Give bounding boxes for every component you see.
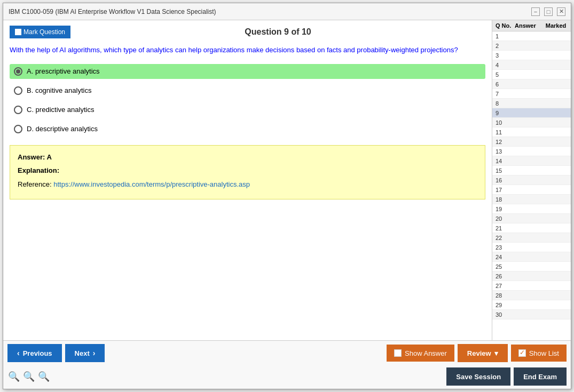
header-marked: Marked <box>544 22 568 29</box>
q-number: 9 <box>496 110 515 116</box>
bottom-bar: ‹ Previous Next › Show Answer Review ▾ S… <box>3 340 571 389</box>
option-a-label: A. prescriptive analytics <box>27 67 100 75</box>
q-number: 25 <box>496 263 515 270</box>
q-number: 24 <box>496 254 515 260</box>
q-number: 5 <box>496 71 515 78</box>
table-row[interactable]: 5 <box>492 70 571 79</box>
table-row[interactable]: 29 <box>492 300 571 310</box>
show-list-button[interactable]: Show List <box>511 345 567 362</box>
radio-d <box>14 125 22 133</box>
question-list-header: Q No. Answer Marked <box>492 20 571 31</box>
table-row[interactable]: 30 <box>492 310 571 319</box>
question-text: With the help of AI algorithms, which ty… <box>10 45 485 55</box>
option-c[interactable]: C. predictive analytics <box>10 102 485 117</box>
q-number: 3 <box>496 52 515 59</box>
next-button[interactable]: Next › <box>65 344 105 362</box>
option-d[interactable]: D. descriptive analytics <box>10 122 485 137</box>
table-row[interactable]: 26 <box>492 271 571 281</box>
table-row[interactable]: 15 <box>492 166 571 175</box>
main-content: Mark Question Question 9 of 10 With the … <box>3 20 571 340</box>
q-number: 7 <box>496 91 515 97</box>
q-number: 8 <box>496 100 515 107</box>
q-number: 30 <box>496 311 515 318</box>
options-list: A. prescriptive analytics B. cognitive a… <box>10 64 485 137</box>
table-row[interactable]: 22 <box>492 233 571 243</box>
table-row[interactable]: 8 <box>492 99 571 108</box>
minimize-button[interactable]: − <box>531 7 540 16</box>
table-row[interactable]: 17 <box>492 185 571 195</box>
maximize-button[interactable]: □ <box>544 7 553 16</box>
save-session-button[interactable]: Save Session <box>446 367 510 386</box>
window-title: IBM C1000-059 (IBM AI Enterprise Workflo… <box>9 8 216 15</box>
table-row[interactable]: 1 <box>492 31 571 41</box>
q-number: 28 <box>496 292 515 299</box>
review-dropdown-icon: ▾ <box>494 349 498 357</box>
table-row[interactable]: 6 <box>492 79 571 89</box>
end-exam-button[interactable]: End Exam <box>514 367 567 386</box>
show-list-checkbox-icon <box>518 349 526 357</box>
zoom-in-button[interactable]: 🔍 <box>7 370 20 383</box>
reference-link[interactable]: https://www.investopedia.com/terms/p/pre… <box>53 180 250 188</box>
table-row[interactable]: 24 <box>492 252 571 262</box>
table-row[interactable]: 27 <box>492 281 571 291</box>
chevron-left-icon: ‹ <box>17 349 20 357</box>
question-list[interactable]: 1 2 3 4 5 6 7 8 <box>492 31 571 340</box>
window-controls: − □ ✕ <box>531 7 565 16</box>
table-row[interactable]: 9 <box>492 108 571 118</box>
zoom-controls: 🔍 🔍 🔍 <box>7 370 50 383</box>
q-number: 17 <box>496 187 515 193</box>
q-number: 19 <box>496 206 515 212</box>
table-row[interactable]: 23 <box>492 243 571 252</box>
q-number: 4 <box>496 62 515 68</box>
table-row[interactable]: 25 <box>492 262 571 271</box>
previous-button[interactable]: ‹ Previous <box>7 344 62 362</box>
q-number: 26 <box>496 273 515 279</box>
q-number: 23 <box>496 244 515 251</box>
q-number: 18 <box>496 196 515 203</box>
table-row[interactable]: 3 <box>492 51 571 60</box>
q-number: 2 <box>496 43 515 49</box>
q-number: 27 <box>496 283 515 289</box>
header-qno: Q No. <box>496 22 515 29</box>
table-row[interactable]: 2 <box>492 41 571 51</box>
table-row[interactable]: 16 <box>492 175 571 185</box>
nav-row: ‹ Previous Next › Show Answer Review ▾ S… <box>3 341 571 365</box>
table-row[interactable]: 19 <box>492 204 571 214</box>
table-row[interactable]: 18 <box>492 195 571 204</box>
zoom-out-button[interactable]: 🔍 <box>37 370 50 383</box>
header-answer: Answer <box>515 22 544 29</box>
option-b[interactable]: B. cognitive analytics <box>10 83 485 98</box>
table-row[interactable]: 4 <box>492 60 571 70</box>
right-panel: Q No. Answer Marked 1 2 3 4 5 <box>492 20 571 340</box>
answer-text: Answer: A <box>18 153 52 161</box>
show-answer-button[interactable]: Show Answer <box>387 345 454 362</box>
header-row: Mark Question Question 9 of 10 <box>10 26 485 38</box>
table-row[interactable]: 10 <box>492 118 571 127</box>
zoom-reset-button[interactable]: 🔍 <box>22 370 35 383</box>
left-panel: Mark Question Question 9 of 10 With the … <box>3 20 492 340</box>
mark-question-button[interactable]: Mark Question <box>10 26 70 38</box>
reference-label: Reference: <box>18 180 52 188</box>
table-row[interactable]: 12 <box>492 137 571 147</box>
q-number: 6 <box>496 81 515 87</box>
bookmark-icon <box>15 29 21 35</box>
table-row[interactable]: 13 <box>492 147 571 156</box>
show-answer-checkbox-icon <box>394 349 402 357</box>
q-number: 20 <box>496 215 515 222</box>
radio-a <box>14 67 22 76</box>
table-row[interactable]: 14 <box>492 156 571 166</box>
table-row[interactable]: 11 <box>492 127 571 137</box>
review-button[interactable]: Review ▾ <box>458 344 508 362</box>
table-row[interactable]: 7 <box>492 89 571 99</box>
titlebar: IBM C1000-059 (IBM AI Enterprise Workflo… <box>3 3 571 20</box>
q-number: 12 <box>496 139 515 145</box>
option-b-label: B. cognitive analytics <box>27 86 91 94</box>
table-row[interactable]: 21 <box>492 223 571 233</box>
q-number: 14 <box>496 158 515 164</box>
option-a[interactable]: A. prescriptive analytics <box>10 64 485 79</box>
q-number: 10 <box>496 119 515 126</box>
close-button[interactable]: ✕ <box>557 7 565 16</box>
explanation-label: Explanation: <box>18 166 59 174</box>
table-row[interactable]: 20 <box>492 214 571 223</box>
table-row[interactable]: 28 <box>492 291 571 300</box>
